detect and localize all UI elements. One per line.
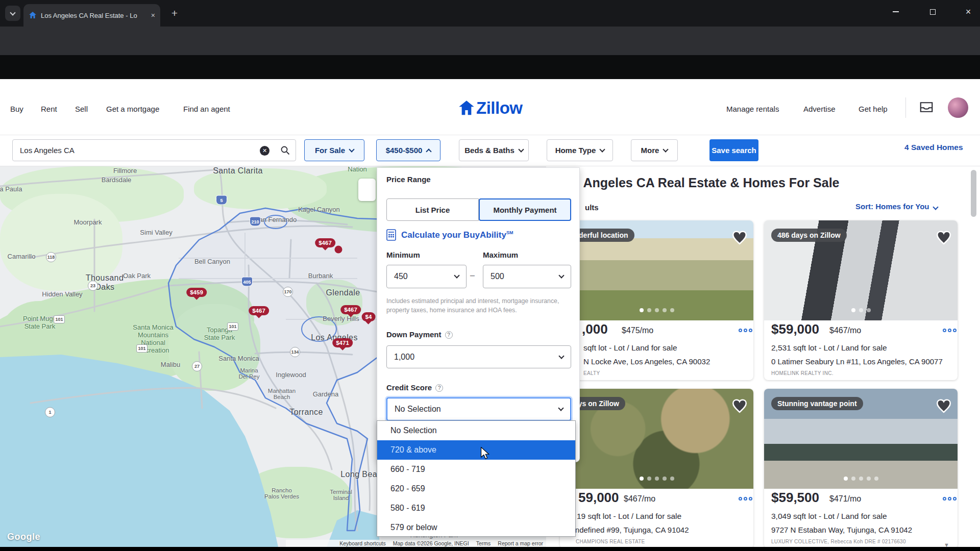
down-payment-select[interactable]: 1,000 — [386, 345, 571, 368]
browser-tab-strip: Los Angeles CA Real Estate - Lo × + × — [0, 0, 980, 27]
save-search-button[interactable]: Save search — [709, 139, 758, 161]
nav-find-an-agent[interactable]: Find an agent — [183, 105, 230, 113]
search-input[interactable]: Los Angeles CA ✕ — [12, 139, 296, 161]
window-restore-button[interactable] — [921, 0, 944, 23]
option-660-719[interactable]: 660 - 719 — [377, 460, 575, 479]
listing-details: sqft lot - Lot / Land for sale — [583, 343, 677, 353]
nav-sell[interactable]: Sell — [75, 105, 88, 113]
map-label: Fillmore — [113, 167, 137, 174]
clear-search-icon[interactable]: ✕ — [260, 146, 270, 156]
heart-icon[interactable] — [730, 397, 749, 414]
nav-advertise[interactable]: Advertise — [803, 105, 836, 113]
nav-get-help[interactable]: Get help — [859, 105, 888, 113]
maximum-label: Maximum — [483, 251, 518, 259]
map-price-pin[interactable]: $459 — [186, 288, 207, 297]
tab-list-price[interactable]: List Price — [386, 198, 479, 221]
saved-homes-link[interactable]: 4 Saved Homes — [904, 143, 963, 152]
new-tab-button[interactable]: + — [167, 7, 182, 21]
map-label: Oak Park — [123, 272, 151, 280]
listing-menu-icon[interactable] — [943, 329, 957, 332]
map-label: Marina Del Rey — [239, 367, 260, 380]
option-620-659[interactable]: 620 - 659 — [377, 479, 575, 498]
bottom-bar — [0, 547, 980, 551]
map-price-pin[interactable]: $467 — [340, 305, 361, 314]
map-control[interactable] — [358, 179, 376, 201]
listing-menu-icon[interactable] — [943, 497, 957, 500]
map-label: Point Mugu State Park — [23, 315, 57, 330]
option-no-selection[interactable]: No Selection — [377, 421, 575, 440]
map-label: Glendale — [326, 288, 360, 297]
browser-tab[interactable]: Los Angeles CA Real Estate - Lo × — [23, 4, 160, 27]
map-price-pin[interactable]: $467 — [249, 306, 269, 315]
nav-buy[interactable]: Buy — [10, 105, 23, 113]
help-icon[interactable]: ? — [445, 331, 453, 339]
listing-price: 59,000 — [578, 490, 619, 506]
option-580-619[interactable]: 580 - 619 — [377, 498, 575, 518]
for-sale-filter-button[interactable]: For Sale — [304, 139, 364, 161]
tab-close-icon[interactable]: × — [151, 11, 155, 19]
nav-get-a-mortgage[interactable]: Get a mortgage — [106, 105, 159, 113]
listing-address: Undefined #99, Tujunga, CA 91042 — [570, 525, 689, 534]
map-label: Nation — [348, 166, 367, 173]
listing-card[interactable]: ays on Zillow 59,000 $467/mo 19 sqft lot… — [560, 389, 753, 548]
carousel-dots[interactable] — [764, 308, 958, 312]
tab-search-button[interactable] — [5, 6, 20, 21]
map-report-error-link[interactable]: Report a map error — [498, 540, 543, 546]
option-720-above[interactable]: 720 & above — [377, 440, 575, 460]
map-label: Simi Valley — [140, 229, 172, 236]
listing-badge: Stunning vantage point — [771, 397, 863, 410]
map-keyboard-shortcuts[interactable]: Keyboard shortcuts — [339, 540, 385, 546]
carousel-dots[interactable] — [560, 477, 753, 481]
listing-badge: 486 days on Zillow — [771, 229, 847, 242]
price-range-panel: Price Range List Price Monthly Payment C… — [377, 167, 580, 462]
listing-monthly: $475/mo — [622, 326, 653, 335]
map-price-pin[interactable]: $4 — [362, 312, 376, 321]
map-label: Burbank — [308, 272, 333, 280]
search-icon[interactable] — [280, 145, 290, 156]
zillow-logo[interactable]: Zillow — [458, 98, 523, 118]
window-minimize-button[interactable] — [884, 0, 908, 23]
avatar[interactable] — [948, 97, 968, 118]
credit-score-select[interactable]: No Selection — [386, 397, 571, 421]
more-filter-button[interactable]: More — [631, 139, 678, 161]
route-shield-icon: 1 — [45, 407, 55, 417]
map-label: Inglewood — [276, 371, 306, 379]
listing-card[interactable]: Wonderful location ,000 $475/mo sqft lot… — [560, 220, 753, 380]
map-price-pin[interactable]: $471 — [332, 338, 353, 347]
help-icon[interactable]: ? — [435, 384, 443, 392]
credit-score-label: Credit Score? — [386, 383, 443, 392]
listing-address: N Locke Ave, Los Angeles, CA 90032 — [583, 357, 710, 366]
tab-monthly-payment[interactable]: Monthly Payment — [479, 198, 571, 221]
map-attribution: Keyboard shortcuts Map data ©2026 Google… — [286, 540, 546, 547]
maximum-select[interactable]: 500 — [483, 265, 571, 288]
map-label: Kagel Canyon — [298, 206, 340, 213]
carousel-dots[interactable] — [560, 308, 753, 312]
carousel-dots[interactable] — [764, 477, 958, 481]
price-filter-button[interactable]: $450-$500 — [376, 139, 440, 161]
heart-icon[interactable] — [730, 229, 749, 246]
scrollbar-thumb[interactable] — [971, 170, 976, 217]
window-close-button[interactable]: × — [957, 0, 980, 23]
map-label: Santa Monica — [218, 355, 259, 362]
listing-menu-icon[interactable] — [739, 497, 752, 500]
listing-card[interactable]: 486 days on Zillow $59,000 $467/mo 2,531… — [764, 220, 958, 380]
heart-icon[interactable] — [935, 397, 953, 414]
buyability-link[interactable]: Calculate your BuyAbilitySM — [386, 229, 513, 241]
beds-baths-filter-button[interactable]: Beds & Baths — [459, 139, 529, 161]
option-579-below[interactable]: 579 or below — [377, 518, 575, 537]
inbox-icon[interactable] — [919, 99, 934, 115]
heart-icon[interactable] — [935, 229, 953, 246]
nav-manage-rentals[interactable]: Manage rentals — [726, 105, 779, 113]
home-type-filter-button[interactable]: Home Type — [547, 139, 613, 161]
map-terms-link[interactable]: Terms — [476, 540, 491, 546]
map-price-pin[interactable] — [335, 246, 342, 254]
listing-details: 19 sqft lot - Lot / Land for sale — [577, 512, 681, 521]
listing-menu-icon[interactable] — [739, 329, 752, 332]
sort-dropdown[interactable]: Sort: Homes for You — [855, 202, 938, 211]
map-price-pin[interactable]: $467 — [315, 238, 335, 247]
listing-card[interactable]: Stunning vantage point $59,500 $471/mo 3… — [764, 389, 958, 548]
payment-note: Includes estimated principal and interes… — [386, 296, 572, 315]
listing-price: ,000 — [582, 321, 608, 337]
minimum-select[interactable]: 450 — [386, 265, 467, 288]
nav-rent[interactable]: Rent — [41, 105, 57, 113]
